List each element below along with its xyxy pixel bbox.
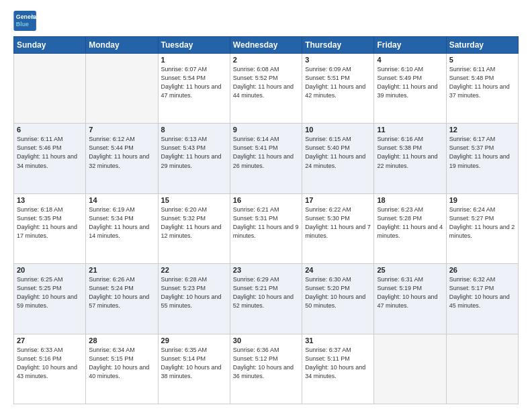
day-number: 25 [377,266,443,274]
calendar-cell: 28Sunrise: 6:34 AMSunset: 5:15 PMDayligh… [86,334,158,404]
calendar-header-row: SundayMondayTuesdayWednesdayThursdayFrid… [14,37,519,54]
calendar-header-saturday: Saturday [446,37,518,54]
calendar-week-row: 1Sunrise: 6:07 AMSunset: 5:54 PMDaylight… [14,54,519,124]
day-number: 10 [305,126,371,134]
day-number: 3 [305,56,371,64]
day-detail: Sunrise: 6:17 AMSunset: 5:37 PMDaylight:… [449,135,515,170]
day-number: 9 [233,126,299,134]
day-number: 4 [377,56,443,64]
svg-text:Blue: Blue [16,21,29,28]
day-detail: Sunrise: 6:07 AMSunset: 5:54 PMDaylight:… [161,65,227,100]
day-number: 22 [161,266,227,274]
calendar-header-sunday: Sunday [14,37,86,54]
day-detail: Sunrise: 6:14 AMSunset: 5:41 PMDaylight:… [233,135,299,170]
calendar-cell: 24Sunrise: 6:30 AMSunset: 5:20 PMDayligh… [302,264,374,334]
day-detail: Sunrise: 6:32 AMSunset: 5:17 PMDaylight:… [449,275,515,310]
day-detail: Sunrise: 6:09 AMSunset: 5:51 PMDaylight:… [305,65,371,100]
calendar-cell: 7Sunrise: 6:12 AMSunset: 5:44 PMDaylight… [86,124,158,193]
day-detail: Sunrise: 6:21 AMSunset: 5:31 PMDaylight:… [233,205,299,240]
calendar-cell: 17Sunrise: 6:22 AMSunset: 5:30 PMDayligh… [302,193,374,263]
calendar-header-tuesday: Tuesday [158,37,230,54]
calendar-week-row: 6Sunrise: 6:11 AMSunset: 5:46 PMDaylight… [14,124,519,193]
calendar-cell: 19Sunrise: 6:24 AMSunset: 5:27 PMDayligh… [446,193,518,263]
day-detail: Sunrise: 6:15 AMSunset: 5:40 PMDaylight:… [305,135,371,170]
day-number: 28 [89,336,154,345]
calendar-cell: 25Sunrise: 6:31 AMSunset: 5:19 PMDayligh… [374,264,446,334]
day-number: 2 [233,56,299,64]
calendar-week-row: 13Sunrise: 6:18 AMSunset: 5:35 PMDayligh… [14,193,519,263]
day-detail: Sunrise: 6:33 AMSunset: 5:16 PMDaylight:… [17,346,83,381]
calendar-cell: 4Sunrise: 6:10 AMSunset: 5:49 PMDaylight… [374,54,446,124]
day-detail: Sunrise: 6:18 AMSunset: 5:35 PMDaylight:… [17,205,83,240]
calendar-cell: 18Sunrise: 6:23 AMSunset: 5:28 PMDayligh… [374,193,446,263]
day-number: 13 [17,196,83,204]
calendar-cell: 5Sunrise: 6:11 AMSunset: 5:48 PMDaylight… [446,54,518,124]
day-number: 20 [17,266,83,274]
day-detail: Sunrise: 6:24 AMSunset: 5:27 PMDaylight:… [449,205,515,240]
svg-text:General: General [16,13,38,20]
calendar-cell: 15Sunrise: 6:20 AMSunset: 5:32 PMDayligh… [158,193,230,263]
calendar-cell: 1Sunrise: 6:07 AMSunset: 5:54 PMDaylight… [158,54,230,124]
day-number: 26 [449,266,515,274]
day-detail: Sunrise: 6:11 AMSunset: 5:46 PMDaylight:… [17,135,83,170]
day-detail: Sunrise: 6:16 AMSunset: 5:38 PMDaylight:… [377,135,443,170]
header: General Blue [13,11,519,31]
day-detail: Sunrise: 6:22 AMSunset: 5:30 PMDaylight:… [305,205,371,240]
calendar-cell: 20Sunrise: 6:25 AMSunset: 5:25 PMDayligh… [14,264,86,334]
calendar-header-wednesday: Wednesday [230,37,302,54]
calendar-header-monday: Monday [86,37,158,54]
calendar-cell: 26Sunrise: 6:32 AMSunset: 5:17 PMDayligh… [446,264,518,334]
calendar-cell: 31Sunrise: 6:37 AMSunset: 5:11 PMDayligh… [302,334,374,404]
day-number: 24 [305,266,371,274]
day-number: 8 [161,126,227,134]
day-detail: Sunrise: 6:29 AMSunset: 5:21 PMDaylight:… [233,275,299,310]
calendar-cell: 11Sunrise: 6:16 AMSunset: 5:38 PMDayligh… [374,124,446,193]
day-number: 16 [233,196,299,204]
day-detail: Sunrise: 6:19 AMSunset: 5:34 PMDaylight:… [89,205,154,240]
calendar-cell: 8Sunrise: 6:13 AMSunset: 5:43 PMDaylight… [158,124,230,193]
day-detail: Sunrise: 6:35 AMSunset: 5:14 PMDaylight:… [161,346,227,381]
day-number: 23 [233,266,299,274]
calendar-cell [86,54,158,124]
day-number: 14 [89,196,154,204]
day-detail: Sunrise: 6:12 AMSunset: 5:44 PMDaylight:… [89,135,154,170]
day-detail: Sunrise: 6:20 AMSunset: 5:32 PMDaylight:… [161,205,227,240]
day-number: 6 [17,126,83,134]
logo-icon: General Blue [13,11,38,31]
calendar-week-row: 27Sunrise: 6:33 AMSunset: 5:16 PMDayligh… [14,334,519,404]
day-detail: Sunrise: 6:30 AMSunset: 5:20 PMDaylight:… [305,275,371,310]
day-number: 27 [17,336,83,345]
day-number: 7 [89,126,154,134]
calendar-cell: 12Sunrise: 6:17 AMSunset: 5:37 PMDayligh… [446,124,518,193]
day-detail: Sunrise: 6:37 AMSunset: 5:11 PMDaylight:… [305,346,371,381]
calendar-cell: 21Sunrise: 6:26 AMSunset: 5:24 PMDayligh… [86,264,158,334]
calendar-cell [446,334,518,404]
calendar-cell: 9Sunrise: 6:14 AMSunset: 5:41 PMDaylight… [230,124,302,193]
calendar-cell: 27Sunrise: 6:33 AMSunset: 5:16 PMDayligh… [14,334,86,404]
day-detail: Sunrise: 6:10 AMSunset: 5:49 PMDaylight:… [377,65,443,100]
calendar-cell [14,54,86,124]
day-detail: Sunrise: 6:08 AMSunset: 5:52 PMDaylight:… [233,65,299,100]
calendar-cell: 16Sunrise: 6:21 AMSunset: 5:31 PMDayligh… [230,193,302,263]
day-detail: Sunrise: 6:36 AMSunset: 5:12 PMDaylight:… [233,346,299,381]
day-detail: Sunrise: 6:13 AMSunset: 5:43 PMDaylight:… [161,135,227,170]
page: General Blue SundayMondayTuesdayWednesda… [0,0,532,411]
calendar-cell: 14Sunrise: 6:19 AMSunset: 5:34 PMDayligh… [86,193,158,263]
calendar-cell: 29Sunrise: 6:35 AMSunset: 5:14 PMDayligh… [158,334,230,404]
day-detail: Sunrise: 6:28 AMSunset: 5:23 PMDaylight:… [161,275,227,310]
calendar-header-friday: Friday [374,37,446,54]
day-number: 5 [449,56,515,64]
calendar-table: SundayMondayTuesdayWednesdayThursdayFrid… [13,36,519,404]
day-number: 18 [377,196,443,204]
day-detail: Sunrise: 6:23 AMSunset: 5:28 PMDaylight:… [377,205,443,240]
calendar-cell: 23Sunrise: 6:29 AMSunset: 5:21 PMDayligh… [230,264,302,334]
calendar-cell: 22Sunrise: 6:28 AMSunset: 5:23 PMDayligh… [158,264,230,334]
calendar-cell: 30Sunrise: 6:36 AMSunset: 5:12 PMDayligh… [230,334,302,404]
logo: General Blue [13,11,38,31]
calendar-cell: 3Sunrise: 6:09 AMSunset: 5:51 PMDaylight… [302,54,374,124]
day-detail: Sunrise: 6:25 AMSunset: 5:25 PMDaylight:… [17,275,83,310]
day-number: 15 [161,196,227,204]
day-detail: Sunrise: 6:26 AMSunset: 5:24 PMDaylight:… [89,275,154,310]
day-number: 1 [161,56,227,64]
day-detail: Sunrise: 6:34 AMSunset: 5:15 PMDaylight:… [89,346,154,381]
